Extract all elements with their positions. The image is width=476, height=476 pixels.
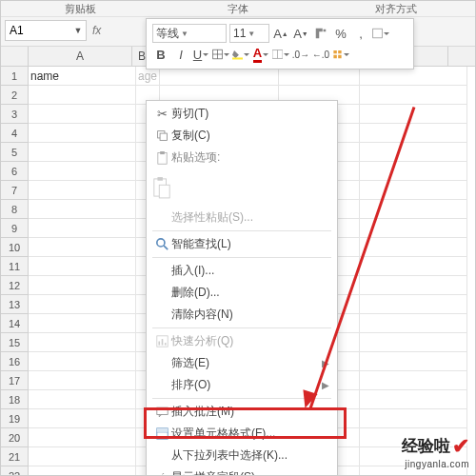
comma-icon[interactable]: ,	[352, 25, 369, 42]
cell[interactable]	[360, 143, 467, 162]
row-header[interactable]: 18	[1, 390, 29, 409]
cell[interactable]	[29, 86, 136, 105]
font-size-select[interactable]: 11▼	[229, 24, 269, 43]
increase-font-icon[interactable]: A▲	[272, 25, 289, 42]
copy-icon	[152, 129, 171, 142]
cell[interactable]	[360, 86, 467, 105]
row-header[interactable]: 17	[1, 371, 29, 390]
format-painter-icon[interactable]	[312, 25, 329, 42]
row-header[interactable]: 5	[1, 143, 29, 162]
cell[interactable]	[360, 181, 467, 200]
cell[interactable]	[360, 371, 467, 390]
cell[interactable]	[360, 124, 467, 143]
cell[interactable]	[29, 200, 136, 219]
menu-pick-from-list[interactable]: 从下拉列表中选择(K)...	[147, 445, 337, 466]
row-header[interactable]: 9	[1, 219, 29, 238]
menu-delete[interactable]: 删除(D)...	[147, 282, 337, 304]
increase-decimal-icon[interactable]: ←.0	[312, 46, 329, 63]
underline-icon[interactable]: U	[192, 46, 209, 63]
menu-smart-lookup[interactable]: 智能查找(L)	[147, 233, 337, 255]
cell[interactable]	[29, 466, 136, 476]
col-A[interactable]: A	[29, 47, 132, 66]
cell[interactable]	[29, 105, 136, 124]
row-header[interactable]: 6	[1, 162, 29, 181]
row-header[interactable]: 13	[1, 295, 29, 314]
cell[interactable]	[360, 238, 467, 257]
cell[interactable]	[29, 219, 136, 238]
row-header[interactable]: 2	[1, 86, 29, 105]
cell[interactable]	[29, 143, 136, 162]
italic-icon[interactable]: I	[172, 46, 189, 63]
name-box[interactable]: ▼	[5, 20, 87, 41]
row-header[interactable]: 19	[1, 409, 29, 428]
row-header[interactable]: 21	[1, 447, 29, 466]
cell[interactable]	[29, 409, 136, 428]
menu-format-cells[interactable]: 设置单元格格式(F)...	[147, 423, 337, 445]
merge-icon[interactable]	[272, 46, 289, 63]
border-icon[interactable]	[212, 46, 229, 63]
cell[interactable]	[360, 314, 467, 333]
row-header[interactable]: 7	[1, 181, 29, 200]
fx-icon[interactable]: fx	[92, 24, 101, 37]
font-color-icon[interactable]: A	[252, 46, 269, 63]
cell[interactable]	[29, 390, 136, 409]
cell[interactable]	[29, 276, 136, 295]
row-header[interactable]: 22	[1, 466, 29, 476]
cell[interactable]	[360, 67, 467, 86]
cell[interactable]	[160, 67, 279, 86]
cell[interactable]	[29, 314, 136, 333]
cell[interactable]	[29, 181, 136, 200]
menu-clear[interactable]: 清除内容(N)	[147, 304, 337, 326]
row-header[interactable]: 16	[1, 352, 29, 371]
select-all-corner[interactable]	[1, 47, 29, 66]
cell[interactable]	[29, 295, 136, 314]
cell[interactable]	[360, 162, 467, 181]
bold-icon[interactable]: B	[152, 46, 169, 63]
menu-copy[interactable]: 复制(C)	[147, 125, 337, 147]
menu-show-pinyin[interactable]: wén显示拼音字段(S)	[147, 466, 337, 476]
number-format-icon[interactable]	[372, 25, 389, 42]
cell[interactable]: name	[29, 67, 136, 86]
cell[interactable]	[360, 352, 467, 371]
name-box-input[interactable]	[6, 22, 70, 39]
row-header[interactable]: 11	[1, 257, 29, 276]
menu-insert[interactable]: 插入(I)...	[147, 260, 337, 282]
cell[interactable]	[29, 124, 136, 143]
cell[interactable]	[29, 333, 136, 352]
cell-styles-icon[interactable]	[332, 46, 349, 63]
cell[interactable]	[29, 371, 136, 390]
row-header[interactable]: 12	[1, 276, 29, 295]
cell[interactable]	[360, 276, 467, 295]
fill-color-icon[interactable]	[232, 46, 249, 63]
cell[interactable]	[29, 238, 136, 257]
cell[interactable]	[360, 333, 467, 352]
row-header[interactable]: 4	[1, 124, 29, 143]
row-header[interactable]: 10	[1, 238, 29, 257]
name-box-dropdown[interactable]: ▼	[70, 26, 86, 35]
menu-cut[interactable]: ✂剪切(T)	[147, 103, 337, 125]
cell[interactable]	[29, 352, 136, 371]
cell[interactable]	[360, 257, 467, 276]
svg-rect-8	[160, 133, 167, 140]
cell[interactable]: age	[136, 67, 160, 86]
cell[interactable]	[279, 67, 360, 86]
cell[interactable]	[29, 162, 136, 181]
row-header[interactable]: 3	[1, 105, 29, 124]
search-icon	[152, 238, 171, 250]
cell[interactable]	[29, 257, 136, 276]
decrease-decimal-icon[interactable]: .0→	[292, 46, 309, 63]
menu-filter[interactable]: 筛选(E)▶	[147, 352, 337, 374]
cell[interactable]	[360, 295, 467, 314]
row-header[interactable]: 15	[1, 333, 29, 352]
row-header[interactable]: 1	[1, 67, 29, 86]
cell[interactable]	[29, 447, 136, 466]
row-header[interactable]: 20	[1, 428, 29, 447]
cell[interactable]	[360, 390, 467, 409]
row-header[interactable]: 14	[1, 314, 29, 333]
decrease-font-icon[interactable]: A▼	[292, 25, 309, 42]
cell[interactable]	[360, 409, 467, 428]
percent-icon[interactable]: %	[332, 25, 349, 42]
font-family-select[interactable]: 等线▼	[152, 24, 227, 43]
row-header[interactable]: 8	[1, 200, 29, 219]
cell[interactable]	[29, 428, 136, 447]
